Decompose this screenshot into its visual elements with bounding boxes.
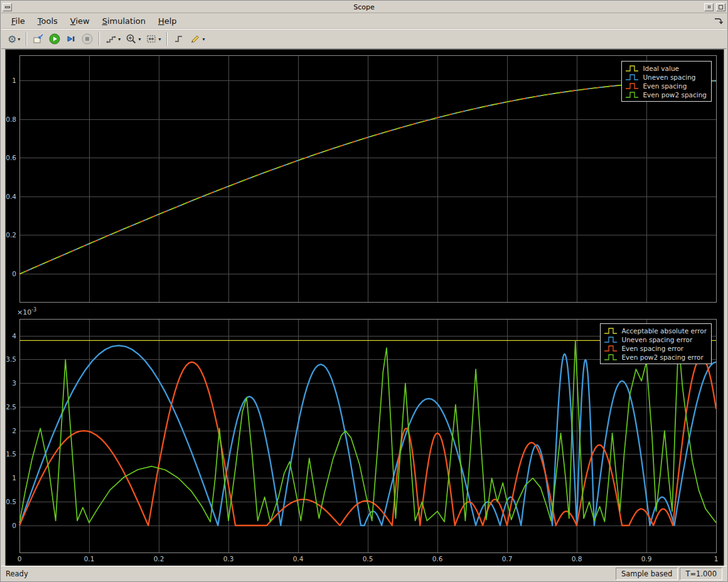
legend-errors[interactable]: Acceptable absolute errorUneven spacing … <box>600 323 712 364</box>
legend-line-sample <box>625 91 639 99</box>
titlebar: Scope <box>1 1 727 13</box>
toolbar-separator <box>99 32 100 46</box>
stop-button[interactable] <box>79 31 95 47</box>
toolbar-separator <box>166 32 168 46</box>
legend-line-sample <box>625 73 639 81</box>
legend-item: Even spacing <box>625 82 707 90</box>
y-tick-labels: 00.511.522.533.54 <box>6 332 16 529</box>
scope-window: Scope FileToolsViewSimulationHelp ⚙▾▾▾▾▾… <box>0 0 728 582</box>
fit-to-view-button[interactable]: ▾ <box>143 31 163 47</box>
svg-text:0.5: 0.5 <box>363 555 373 563</box>
window-title: Scope <box>1 3 727 11</box>
signal-selector-icon <box>105 33 117 45</box>
svg-text:1: 1 <box>714 555 719 563</box>
dropdown-caret-icon[interactable]: ▾ <box>138 36 141 42</box>
legend-line-sample <box>604 353 618 361</box>
run-button[interactable] <box>46 31 63 47</box>
axes-signals[interactable]: 00.20.40.60.81 <box>6 55 716 302</box>
maximize-icon <box>719 5 723 9</box>
window-menu-icon <box>5 6 10 8</box>
status-text: Ready <box>6 569 28 578</box>
legend-line-sample <box>625 82 639 90</box>
dropdown-caret-icon[interactable]: ▾ <box>18 36 20 42</box>
svg-text:1: 1 <box>12 77 16 84</box>
menu-view[interactable]: View <box>64 14 96 28</box>
legend-signals[interactable]: Ideal valueUneven spacingEven spacingEve… <box>621 61 712 102</box>
step-forward-icon <box>65 33 77 45</box>
svg-text:0.2: 0.2 <box>6 231 16 239</box>
menu-tools[interactable]: Tools <box>31 14 64 28</box>
run-icon <box>49 33 60 45</box>
statusbar: Ready Sample based T=1.000 <box>1 566 727 581</box>
legend-label: Even spacing <box>643 82 687 90</box>
svg-text:3.5: 3.5 <box>6 355 16 363</box>
dock-arrow-icon[interactable] <box>714 16 724 25</box>
plot-area[interactable]: 00.20.40.60.8100.511.522.533.5400.10.20.… <box>6 50 724 566</box>
step-forward-button[interactable] <box>63 31 79 47</box>
status-sample-mode: Sample based <box>616 568 678 580</box>
svg-text:0: 0 <box>12 522 16 529</box>
svg-text:0.6: 0.6 <box>432 555 443 563</box>
legend-item: Ideal value <box>625 64 707 72</box>
svg-text:0.8: 0.8 <box>572 555 582 563</box>
svg-text:0.1: 0.1 <box>84 555 95 563</box>
highlight-simulink-block-icon <box>33 33 44 45</box>
minimize-icon <box>708 6 710 8</box>
svg-text:0.6: 0.6 <box>6 154 16 161</box>
svg-text:0.2: 0.2 <box>154 555 164 563</box>
legend-line-sample <box>604 345 618 352</box>
legend-label: Even pow2 spacing error <box>621 353 703 361</box>
legend-label: Acceptable absolute error <box>621 327 707 335</box>
signal-selector-button[interactable]: ▾ <box>103 31 123 47</box>
svg-text:4: 4 <box>12 332 16 340</box>
svg-text:2.5: 2.5 <box>6 403 16 411</box>
x-tick-labels: 00.10.20.30.40.50.60.70.80.91 <box>18 555 719 563</box>
scope-canvas: 00.20.40.60.8100.511.522.533.5400.10.20.… <box>5 49 724 566</box>
svg-text:0.3: 0.3 <box>223 555 234 563</box>
toolbar-separator <box>26 32 27 46</box>
y-scale-label: ×10-3 <box>17 307 36 316</box>
grid-lines <box>19 55 716 302</box>
dropdown-caret-icon[interactable]: ▾ <box>158 36 161 42</box>
legend-line-sample <box>625 65 639 72</box>
legend-label: Even spacing error <box>621 345 683 352</box>
status-time: T=1.000 <box>680 568 722 580</box>
highlight-simulink-block-button[interactable] <box>30 31 46 47</box>
legend-label: Even pow2 spacing <box>643 91 707 99</box>
window-menu-button[interactable] <box>3 3 12 11</box>
menu-file[interactable]: File <box>5 14 31 28</box>
legend-item: Even pow2 spacing <box>625 90 707 99</box>
legend-line-sample <box>604 327 618 335</box>
settings-gear-button[interactable]: ⚙▾ <box>5 31 23 47</box>
legend-label: Uneven spacing <box>643 73 695 81</box>
settings-gear-icon: ⚙ <box>8 33 16 45</box>
svg-text:0.8: 0.8 <box>6 116 16 123</box>
trigger-button[interactable] <box>171 31 187 47</box>
stop-icon <box>82 33 93 45</box>
svg-text:2: 2 <box>12 427 16 434</box>
svg-text:0.4: 0.4 <box>293 555 304 563</box>
minimize-button[interactable] <box>704 3 714 11</box>
svg-text:1.5: 1.5 <box>6 450 16 458</box>
svg-text:1: 1 <box>12 474 16 482</box>
menu-simulation[interactable]: Simulation <box>96 14 152 28</box>
maximize-button[interactable] <box>716 3 725 11</box>
dock-arrow-glyph <box>714 16 724 25</box>
toolbar: ⚙▾▾▾▾▾ <box>1 29 727 49</box>
dropdown-caret-icon[interactable]: ▾ <box>202 36 205 42</box>
trigger-icon <box>173 33 185 45</box>
fit-to-view-icon <box>146 33 157 45</box>
menubar: FileToolsViewSimulationHelp <box>1 13 727 29</box>
svg-text:0.5: 0.5 <box>6 498 16 505</box>
y-tick-labels: 00.20.40.60.81 <box>6 77 16 278</box>
legend-label: Ideal value <box>643 65 679 72</box>
measurements-button[interactable]: ▾ <box>187 31 207 47</box>
legend-label: Uneven spacing error <box>621 336 692 343</box>
zoom-button[interactable]: ▾ <box>123 31 143 47</box>
zoom-icon <box>126 33 137 45</box>
dropdown-caret-icon[interactable]: ▾ <box>118 36 120 42</box>
legend-item: Uneven spacing error <box>604 335 707 343</box>
menu-help[interactable]: Help <box>152 14 183 28</box>
legend-item: Even pow2 spacing error <box>604 353 707 361</box>
svg-text:0.4: 0.4 <box>6 193 16 200</box>
